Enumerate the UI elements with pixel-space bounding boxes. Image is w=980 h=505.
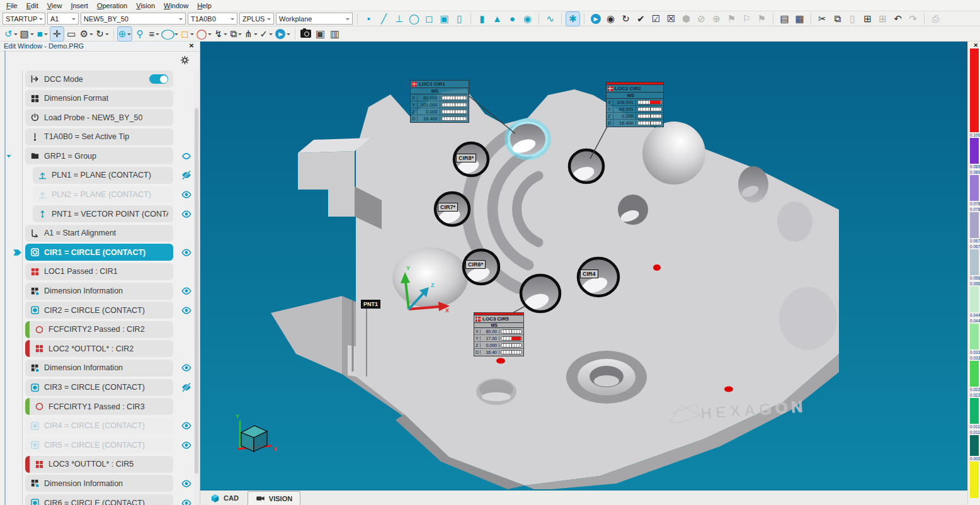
tree-item-dimension-information[interactable]: Dimension Information: [0, 475, 193, 492]
paste-button[interactable]: ▯: [846, 12, 859, 26]
path-display-button[interactable]: ⋔: [244, 27, 258, 41]
graphics-settings-button[interactable]: ⚙: [79, 27, 94, 41]
cad-viewport[interactable]: Y X Z Y X HEXAGON CADVISION: [200, 42, 967, 505]
combo-graphics-mode[interactable]: Workplane: [276, 13, 353, 25]
goto-marker-button[interactable]: ⚐: [740, 12, 753, 26]
visibility-on-icon[interactable]: [181, 362, 192, 373]
redo-button[interactable]: ↷: [906, 12, 920, 26]
menu-vision[interactable]: Vision: [132, 1, 159, 10]
tree-item-dcc-mode[interactable]: DCC Mode: [0, 71, 193, 88]
camera-snapshot-button[interactable]: [299, 27, 312, 41]
point-feature-button[interactable]: •: [362, 12, 375, 26]
tree-item-dimension-information[interactable]: Dimension Information: [0, 283, 193, 300]
slot-tool-button[interactable]: ◻: [180, 27, 194, 41]
cut-button[interactable]: ✂: [816, 12, 829, 26]
menu-operation[interactable]: Operation: [93, 1, 131, 10]
visibility-on-icon[interactable]: [181, 420, 192, 431]
close-icon[interactable]: ✕: [187, 42, 196, 51]
verify-program-button[interactable]: ☑: [649, 12, 663, 26]
round-slot-feature-button[interactable]: ◻: [423, 12, 436, 26]
shaded-view-button[interactable]: ■: [36, 27, 49, 41]
set-marker-button[interactable]: ⚑: [725, 12, 738, 26]
tree-item-loc2-outtol-cir2[interactable]: LOC2 *OUTTOL* : CIR2: [0, 340, 193, 357]
combo-probe-file[interactable]: NEW5_BY_50: [81, 13, 186, 25]
circle-tool-button[interactable]: ◯: [196, 27, 213, 41]
curve-feature-button[interactable]: ∿: [544, 12, 557, 26]
square-slot-feature-button[interactable]: ▣: [438, 12, 451, 26]
ellipse-tool-button[interactable]: ◯: [162, 27, 179, 41]
tree-item-load-probe-new5-by-50[interactable]: Load Probe - NEW5_BY_50: [0, 109, 193, 126]
report-window-button[interactable]: ▤: [778, 12, 791, 26]
circle-feature-button[interactable]: ◯: [407, 12, 421, 26]
view-orientation-button[interactable]: ↺: [4, 27, 18, 41]
tree-item-cir4-circle-contact[interactable]: CIR4 = CIRCLE (CONTACT): [0, 417, 193, 434]
tree-item-loc1-passed-cir1[interactable]: LOC1 Passed : CIR1: [0, 263, 193, 280]
combo-active-tip[interactable]: T1A0B0: [188, 13, 237, 25]
feature-list-button[interactable]: ≡: [147, 27, 161, 41]
tree-item-cir1-circle-contact[interactable]: CIR1 = CIRCLE (CONTACT): [0, 244, 193, 261]
pan-mode-button[interactable]: ✛: [50, 27, 64, 41]
play-measure-button[interactable]: ▶: [275, 27, 291, 41]
visibility-on-icon[interactable]: [181, 440, 192, 451]
execute-loop-button[interactable]: ↻: [619, 12, 632, 26]
clear-marker-button[interactable]: ⚑: [755, 12, 768, 26]
tree-item-a1-start-alignment[interactable]: A1 = Start Alignment: [0, 225, 193, 242]
clear-marked-button[interactable]: ☒: [664, 12, 678, 26]
cylinder-feature-button[interactable]: ▮: [476, 12, 489, 26]
execute-program-button[interactable]: ▶: [589, 12, 602, 26]
paste-with-pattern-button[interactable]: ⊞: [861, 12, 874, 26]
menu-insert[interactable]: Insert: [67, 1, 92, 10]
report-chart-button[interactable]: ▥: [328, 27, 341, 41]
accept-measure-button[interactable]: ✓: [259, 27, 274, 41]
tab-cad[interactable]: CAD: [203, 491, 246, 505]
undo-button[interactable]: ↶: [891, 12, 904, 26]
combo-workplane[interactable]: ZPLUS: [239, 13, 274, 25]
auto-feature-button[interactable]: ✱: [566, 12, 579, 26]
torus-feature-button[interactable]: ◉: [521, 12, 534, 26]
tree-item-grp1-group[interactable]: GRP1 = Group: [0, 147, 193, 164]
combo-active-alignment[interactable]: A1: [47, 13, 79, 25]
menu-view[interactable]: View: [43, 1, 66, 10]
expand-caret-icon[interactable]: [5, 152, 13, 160]
visibility-on-icon[interactable]: [181, 497, 192, 505]
line-feature-button[interactable]: ╱: [377, 12, 390, 26]
execute-feature-button[interactable]: ◉: [604, 12, 617, 26]
visibility-off-icon[interactable]: [181, 169, 192, 181]
wireframe-view-button[interactable]: ▧: [20, 27, 35, 41]
tree-item-dimension-information[interactable]: Dimension Information: [0, 360, 193, 377]
mark-all-button[interactable]: ✔: [634, 12, 647, 26]
scrollbar-thumb[interactable]: [195, 108, 198, 474]
dcc-mode-toggle[interactable]: [149, 74, 168, 84]
copy-pattern-button[interactable]: ⧉: [229, 27, 242, 41]
skip-execution-button[interactable]: ⊘: [695, 12, 708, 26]
visibility-on-icon[interactable]: [181, 189, 192, 200]
panel-scrollbar[interactable]: [194, 71, 199, 505]
tree-item-cir3-circle-contact[interactable]: CIR3 = CIRCLE (CONTACT): [0, 379, 193, 396]
tree-item-t1a0b0-set-active-tip[interactable]: T1A0B0 = Set Active Tip: [0, 128, 193, 145]
quick-align-button[interactable]: ↯: [214, 27, 228, 41]
copy-button[interactable]: ⧉: [831, 12, 844, 26]
menu-window[interactable]: Window: [160, 1, 192, 10]
menu-file[interactable]: File: [3, 1, 21, 10]
visibility-on-icon[interactable]: [181, 150, 192, 162]
continue-execution-button[interactable]: ⊕: [710, 12, 723, 26]
visibility-off-icon[interactable]: [181, 382, 192, 393]
pattern-button[interactable]: ⊞: [876, 12, 889, 26]
probe-mode-button[interactable]: ⊕: [118, 27, 132, 41]
cone-feature-button[interactable]: ▲: [491, 12, 504, 26]
tree-item-dimension-format[interactable]: Dimension Format: [0, 90, 193, 107]
visibility-on-icon[interactable]: [181, 247, 192, 258]
probe-toggle-button[interactable]: ⚲: [133, 27, 146, 41]
rotate-view-button[interactable]: ↻: [95, 27, 110, 41]
tab-vision[interactable]: VISION: [248, 491, 300, 505]
combo-startup-routine[interactable]: STARTUP: [3, 13, 45, 25]
plane-feature-button[interactable]: ⊥: [392, 12, 406, 26]
tree-item-loc3-outtol-cir5[interactable]: LOC3 *OUTTOL* : CIR5: [0, 456, 193, 473]
notch-feature-button[interactable]: ▯: [453, 12, 466, 26]
visibility-on-icon[interactable]: [181, 285, 192, 297]
menu-edit[interactable]: Edit: [23, 1, 42, 10]
menu-help[interactable]: Help: [193, 1, 215, 10]
report-template-button[interactable]: ▦: [793, 12, 806, 26]
visibility-on-icon[interactable]: [181, 305, 192, 316]
tree-item-cir2-circle-contact[interactable]: CIR2 = CIRCLE (CONTACT): [0, 302, 193, 319]
